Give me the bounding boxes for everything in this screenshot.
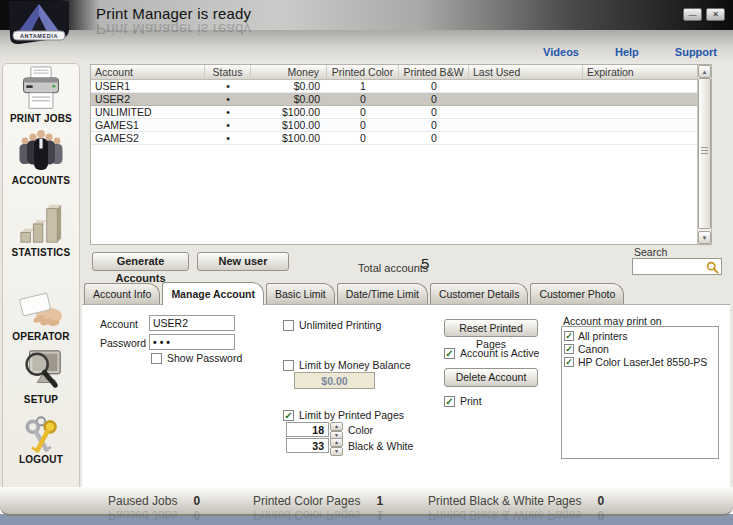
printer-item-canon[interactable]: ✓ Canon: [564, 342, 718, 355]
table-row-games2[interactable]: GAMES2 • $100.00 0 0: [91, 132, 711, 145]
sidebar-item-logout[interactable]: LOGOUT: [3, 415, 79, 465]
bar-chart-icon: [3, 200, 79, 246]
search-label: Search: [634, 246, 667, 258]
color-pages-value[interactable]: 18: [286, 422, 329, 437]
print-manager-window: ANTAMEDIA Print Manager is ready Print M…: [0, 0, 733, 525]
status-dot-icon: •: [205, 93, 251, 105]
account-tabs: Account Info Manage Account Basic Limit …: [84, 283, 624, 304]
bw-stepper-buttons: ▲ ▼: [330, 438, 343, 453]
unlimited-printing-checkbox[interactable]: Unlimited Printing: [283, 319, 381, 331]
checkbox-checked-icon: ✓: [564, 331, 574, 341]
sidebar-label-statistics: STATISTICS: [3, 247, 79, 258]
close-button[interactable]: ✕: [706, 8, 725, 21]
bw-pages-value[interactable]: 33: [286, 438, 329, 453]
password-input[interactable]: •••: [149, 334, 235, 350]
tab-basic-limit[interactable]: Basic Limit: [266, 283, 335, 304]
column-header-printed-bw[interactable]: Printed B&W: [399, 65, 469, 79]
column-header-money[interactable]: Money: [251, 65, 327, 79]
limit-pages-label: Limit by Printed Pages: [299, 409, 404, 421]
tab-account-info[interactable]: Account Info: [84, 283, 160, 304]
printed-bw-pages-label: Printed Black & White Pages: [428, 494, 581, 508]
cell-expiration: [583, 80, 711, 92]
stepper-up-icon[interactable]: ▲: [330, 438, 343, 447]
table-row-unlimited[interactable]: UNLIMITED • $100.00 0 0: [91, 106, 711, 119]
antamedia-logo-icon: ANTAMEDIA: [7, 1, 71, 45]
printer-item-all-printers[interactable]: ✓ All printers: [564, 329, 718, 342]
print-checkbox[interactable]: ✓ Print: [444, 395, 482, 407]
table-row-user1[interactable]: USER1 • $0.00 1 0: [91, 80, 711, 93]
printed-color-pages-reflection: Printed Color Pages1: [253, 508, 383, 522]
sidebar-label-print-jobs: PRINT JOBS: [3, 113, 79, 124]
column-header-expiration[interactable]: Expiration: [583, 65, 711, 79]
bw-pages-stepper[interactable]: 33 ▲ ▼: [286, 438, 343, 453]
search-input[interactable]: [632, 258, 722, 275]
total-accounts-label: Total accounts: [358, 262, 428, 274]
tab-manage-account[interactable]: Manage Account: [162, 282, 264, 305]
scrollbar-thumb[interactable]: [698, 78, 711, 229]
stepper-up-icon[interactable]: ▲: [330, 422, 343, 431]
tab-date-time-limit[interactable]: Date/Time Limit: [337, 283, 428, 304]
reset-printed-pages-button[interactable]: Reset Printed Pages: [444, 319, 538, 337]
sidebar-label-operator: OPERATOR: [3, 331, 79, 342]
money-balance-field: $0.00: [294, 372, 375, 389]
cell-account: GAMES1: [91, 119, 205, 131]
limit-pages-checkbox[interactable]: ✓ Limit by Printed Pages: [283, 409, 404, 421]
show-password-checkbox[interactable]: Show Password: [151, 352, 242, 364]
table-row-user2-selected[interactable]: USER2 • $0.00 0 0: [91, 93, 711, 106]
support-link[interactable]: Support: [675, 46, 717, 58]
people-icon: [3, 128, 79, 174]
minimize-button[interactable]: —: [683, 8, 702, 21]
generate-accounts-button[interactable]: Generate Accounts: [92, 252, 189, 271]
cell-account: UNLIMITED: [91, 106, 205, 118]
bw-label: Black & White: [348, 440, 413, 452]
show-password-label: Show Password: [167, 352, 242, 364]
sidebar-item-statistics[interactable]: STATISTICS: [3, 200, 79, 258]
checkbox-unchecked-icon: [283, 320, 294, 331]
tab-customer-photo[interactable]: Customer Photo: [530, 283, 624, 304]
scroll-up-icon[interactable]: ▲: [698, 65, 711, 78]
cell-expiration: [583, 119, 711, 131]
cell-money: $100.00: [251, 132, 327, 144]
sidebar-item-operator[interactable]: OPERATOR: [3, 292, 79, 342]
paused-jobs-value: 0: [193, 494, 200, 508]
help-link[interactable]: Help: [615, 46, 639, 58]
checkbox-checked-icon: ✓: [564, 357, 574, 367]
header-links: Videos Help Support: [543, 46, 717, 58]
videos-link[interactable]: Videos: [543, 46, 579, 58]
new-user-button[interactable]: New user: [197, 252, 289, 271]
stepper-down-icon[interactable]: ▼: [330, 447, 343, 456]
column-header-status[interactable]: Status: [205, 65, 251, 79]
limit-money-checkbox[interactable]: Limit by Money Balance: [283, 359, 410, 371]
tab-customer-details[interactable]: Customer Details: [430, 283, 529, 304]
column-header-printed-color[interactable]: Printed Color: [327, 65, 399, 79]
accounts-table: Account Status Money Printed Color Print…: [90, 64, 712, 245]
scrollbar-grip-icon: [701, 147, 708, 154]
antamedia-logo: ANTAMEDIA: [7, 1, 71, 45]
checkbox-checked-icon: ✓: [444, 348, 455, 359]
account-input[interactable]: USER2: [149, 315, 235, 331]
sidebar-item-accounts[interactable]: ACCOUNTS: [3, 128, 79, 186]
cell-printed-bw: 0: [399, 80, 469, 92]
printed-bw-pages-value: 0: [597, 494, 604, 508]
printer-icon: [3, 66, 79, 112]
sidebar-item-setup[interactable]: SETUP: [3, 347, 79, 405]
cell-printed-color: 0: [327, 93, 399, 105]
printer-label: HP Color LaserJet 8550-PS: [578, 356, 707, 368]
cell-printed-bw: 0: [399, 106, 469, 118]
checkbox-unchecked-icon: [283, 360, 294, 371]
account-active-checkbox[interactable]: ✓ Account is Active: [444, 347, 539, 359]
sidebar-label-setup: SETUP: [3, 394, 79, 405]
scroll-down-icon[interactable]: ▼: [698, 231, 711, 244]
color-stepper-buttons: ▲ ▼: [330, 422, 343, 437]
cell-printed-bw: 0: [399, 93, 469, 105]
sidebar-item-print-jobs[interactable]: PRINT JOBS: [3, 66, 79, 124]
window-controls: — ✕: [683, 8, 725, 21]
table-row-games1[interactable]: GAMES1 • $100.00 0 0: [91, 119, 711, 132]
printer-item-hp-laserjet[interactable]: ✓ HP Color LaserJet 8550-PS: [564, 355, 718, 368]
column-header-account[interactable]: Account: [91, 65, 205, 79]
delete-account-button[interactable]: Delete Account: [444, 368, 538, 387]
cell-account: USER1: [91, 80, 205, 92]
table-scrollbar[interactable]: ▲ ▼: [697, 65, 711, 244]
color-pages-stepper[interactable]: 18 ▲ ▼: [286, 422, 343, 437]
column-header-last-used[interactable]: Last Used: [469, 65, 583, 79]
